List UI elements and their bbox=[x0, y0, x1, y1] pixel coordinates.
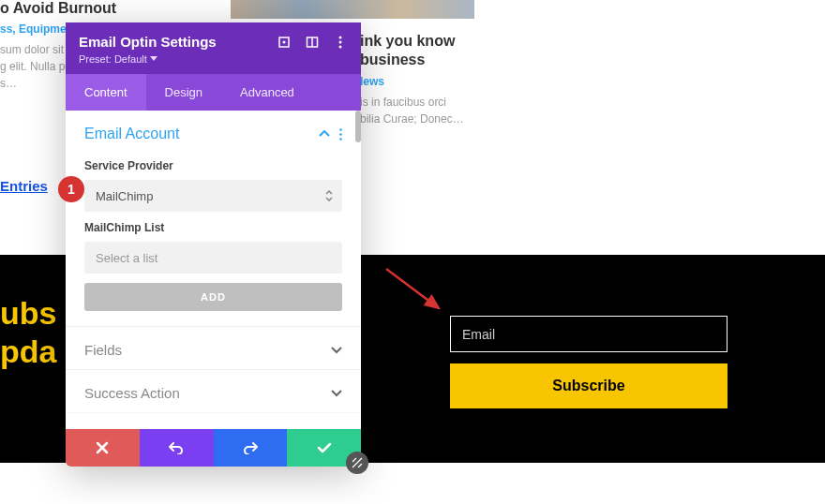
columns-icon[interactable] bbox=[305, 35, 320, 50]
panel-footer bbox=[66, 429, 361, 467]
updown-caret-icon bbox=[325, 190, 333, 201]
article-title: ink you know business bbox=[360, 32, 538, 69]
service-provider-label: Service Provider bbox=[84, 159, 342, 172]
article-image bbox=[231, 0, 474, 19]
email-field[interactable] bbox=[450, 316, 728, 352]
tab-design[interactable]: Design bbox=[146, 74, 221, 111]
section-spam-protection[interactable]: Spam Protection bbox=[66, 412, 361, 429]
cancel-button[interactable] bbox=[66, 429, 140, 467]
annotation-arrow bbox=[384, 267, 450, 323]
section-title: Email Account bbox=[84, 126, 179, 142]
article-excerpt: is in faucibus orci bilia Curae; Donec… bbox=[360, 94, 538, 127]
mailchimp-list-select[interactable]: Select a list bbox=[84, 242, 342, 274]
svg-point-9 bbox=[339, 133, 342, 136]
tab-content[interactable]: Content bbox=[66, 74, 146, 111]
subscribe-button[interactable]: Subscribe bbox=[450, 363, 728, 408]
section-title: Fields bbox=[84, 342, 122, 358]
service-provider-select[interactable]: MailChimp bbox=[84, 180, 342, 212]
svg-point-7 bbox=[339, 45, 342, 48]
article-card: ink you know business lews is in faucibu… bbox=[360, 32, 538, 127]
redo-button[interactable] bbox=[214, 429, 288, 467]
kebab-menu-icon[interactable] bbox=[339, 128, 342, 141]
email-optin-form: Subscribe bbox=[450, 316, 728, 408]
add-button[interactable]: ADD bbox=[84, 283, 342, 311]
svg-point-10 bbox=[339, 138, 342, 141]
svg-point-8 bbox=[339, 128, 342, 131]
article-title: o Avoid Burnout bbox=[0, 0, 216, 17]
older-entries-link[interactable]: Entries bbox=[0, 178, 48, 194]
section-success-action[interactable]: Success Action bbox=[66, 369, 361, 412]
email-optin-settings-panel: Email Optin Settings Preset: Default Con… bbox=[66, 22, 361, 467]
chevron-down-icon bbox=[331, 347, 342, 354]
panel-header[interactable]: Email Optin Settings Preset: Default bbox=[66, 22, 361, 74]
tab-advanced[interactable]: Advanced bbox=[221, 74, 313, 111]
chevron-down-icon bbox=[331, 390, 342, 397]
step-badge-1: 1 bbox=[58, 176, 84, 202]
kebab-menu-icon[interactable] bbox=[333, 35, 348, 50]
svg-point-5 bbox=[339, 36, 342, 38]
resize-handle[interactable] bbox=[346, 452, 368, 474]
chevron-up-icon bbox=[319, 130, 330, 138]
section-title: Success Action bbox=[84, 385, 180, 401]
svg-line-0 bbox=[386, 269, 439, 308]
email-account-fields: Service Provider MailChimp MailChimp Lis… bbox=[66, 159, 361, 326]
section-title: Spam Protection bbox=[84, 428, 188, 429]
panel-title: Email Optin Settings bbox=[79, 34, 217, 50]
preset-selector[interactable]: Preset: Default bbox=[79, 53, 158, 65]
svg-point-2 bbox=[283, 40, 286, 43]
expand-icon[interactable] bbox=[277, 35, 292, 50]
mailchimp-list-label: MailChimp List bbox=[84, 221, 342, 234]
svg-point-6 bbox=[339, 40, 342, 43]
subscribe-heading: ubs pda bbox=[0, 294, 56, 371]
scrollbar[interactable] bbox=[355, 111, 361, 142]
panel-body: Email Account Service Provider MailChimp… bbox=[66, 111, 361, 429]
article-meta[interactable]: lews bbox=[360, 75, 538, 88]
panel-tabs: Content Design Advanced bbox=[66, 74, 361, 111]
section-email-account[interactable]: Email Account bbox=[66, 111, 361, 154]
section-fields[interactable]: Fields bbox=[66, 326, 361, 369]
undo-button[interactable] bbox=[140, 429, 214, 467]
